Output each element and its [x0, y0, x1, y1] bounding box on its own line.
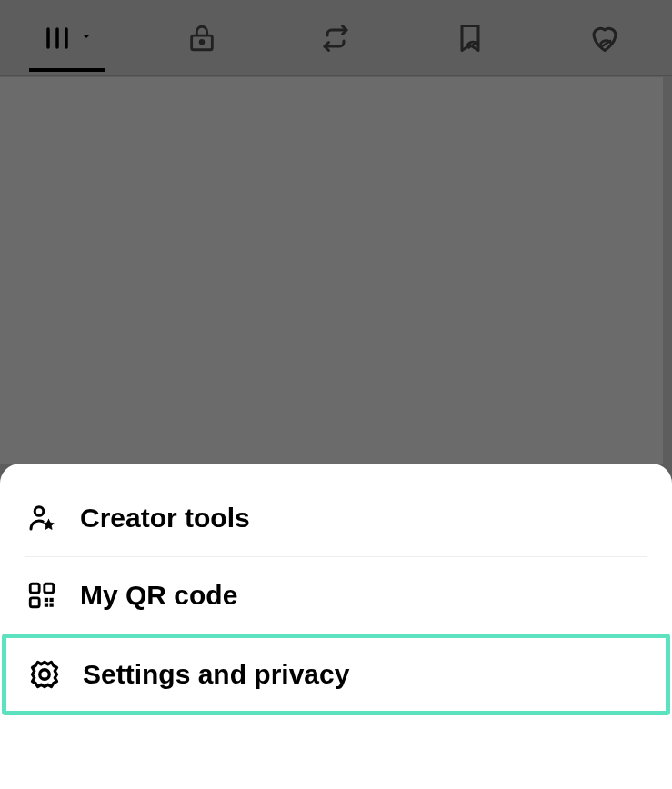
qr-code-icon — [25, 579, 58, 612]
sheet-item-label: Creator tools — [80, 503, 250, 534]
svg-rect-13 — [50, 598, 54, 602]
svg-rect-12 — [45, 598, 48, 602]
highlight-box: Settings and privacy — [2, 634, 670, 715]
svg-point-8 — [35, 507, 44, 516]
svg-rect-10 — [45, 584, 54, 593]
svg-rect-14 — [45, 604, 48, 607]
sheet-item-creator-tools[interactable]: Creator tools — [0, 480, 672, 556]
svg-rect-15 — [50, 604, 54, 607]
svg-rect-9 — [30, 584, 39, 593]
person-star-icon — [25, 502, 58, 534]
sheet-item-label: Settings and privacy — [83, 659, 349, 690]
svg-point-16 — [40, 670, 50, 680]
options-bottom-sheet: Creator tools My QR code S — [0, 464, 672, 789]
sheet-item-label: My QR code — [80, 580, 237, 611]
sheet-item-settings-privacy[interactable]: Settings and privacy — [6, 638, 666, 711]
gear-icon — [28, 658, 61, 691]
sheet-item-qr-code[interactable]: My QR code — [0, 557, 672, 634]
svg-rect-11 — [30, 598, 39, 607]
